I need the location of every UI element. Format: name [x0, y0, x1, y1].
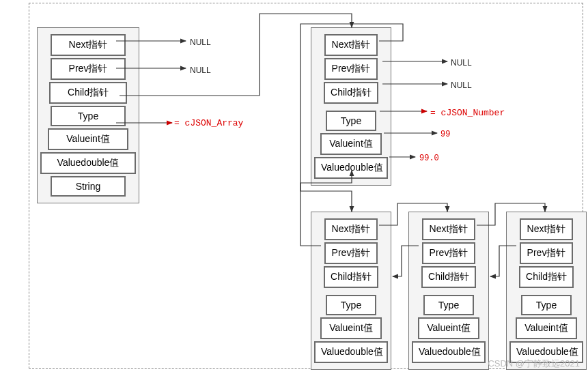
label-null-3: NULL [451, 58, 472, 68]
diagram-canvas: Next指针 Prev指针 Child指针 Type Valueint值 Val… [0, 0, 588, 374]
label-99: 99 [440, 130, 450, 139]
cell-valueint: Valueint值 [320, 133, 382, 155]
cell-child: Child指针 [519, 266, 574, 288]
cell-next: Next指针 [324, 34, 378, 56]
cell-valuedouble: Valuedouble值 [412, 341, 486, 363]
cell-type: Type [326, 295, 376, 315]
label-cjson-array: = cJSON_Array [174, 118, 243, 128]
cell-valuedouble: Valuedouble值 [40, 152, 136, 174]
cell-type: Type [326, 111, 376, 131]
cell-child: Child指针 [324, 82, 378, 104]
label-null-2: NULL [190, 66, 211, 75]
cell-prev: Prev指针 [51, 58, 126, 80]
cell-prev: Prev指针 [324, 242, 378, 264]
label-99-0: 99.0 [419, 154, 439, 163]
cell-valueint: Valueint值 [516, 317, 577, 339]
cell-valueint: Valueint值 [320, 317, 382, 339]
label-null-1: NULL [190, 38, 211, 47]
cell-child: Child指针 [49, 82, 127, 104]
cell-next: Next指针 [520, 218, 573, 240]
cell-next: Next指针 [51, 34, 126, 56]
cell-prev: Prev指针 [324, 58, 378, 80]
node-child-4: Next指针 Prev指针 Child指针 Type Valueint值 Val… [506, 212, 587, 370]
node-child-3: Next指针 Prev指针 Child指针 Type Valueint值 Val… [408, 212, 489, 370]
cell-string: String [51, 176, 126, 197]
cell-prev: Prev指针 [520, 242, 573, 264]
cell-next: Next指针 [324, 218, 378, 240]
label-cjson-number: = cJSON_Number [430, 108, 505, 118]
cell-valueint: Valueint值 [48, 128, 128, 150]
cell-prev: Prev指针 [422, 242, 475, 264]
cell-valueint: Valueint值 [418, 317, 479, 339]
node-child-2: Next指针 Prev指针 Child指针 Type Valueint值 Val… [311, 212, 391, 370]
cell-valuedouble: Valuedouble值 [314, 341, 388, 363]
watermark: CSDN @宁静致远2021 [488, 358, 580, 370]
label-null-4: NULL [451, 81, 472, 90]
cell-child: Child指针 [421, 266, 476, 288]
node-child-1: Next指针 Prev指针 Child指针 Type Valueint值 Val… [311, 27, 391, 186]
node-root: Next指针 Prev指针 Child指针 Type Valueint值 Val… [37, 27, 139, 203]
cell-next: Next指针 [422, 218, 475, 240]
cell-type: Type [51, 106, 126, 126]
cell-child: Child指针 [324, 266, 378, 288]
cell-type: Type [423, 295, 474, 315]
cell-valuedouble: Valuedouble值 [314, 157, 388, 179]
cell-type: Type [521, 295, 572, 315]
